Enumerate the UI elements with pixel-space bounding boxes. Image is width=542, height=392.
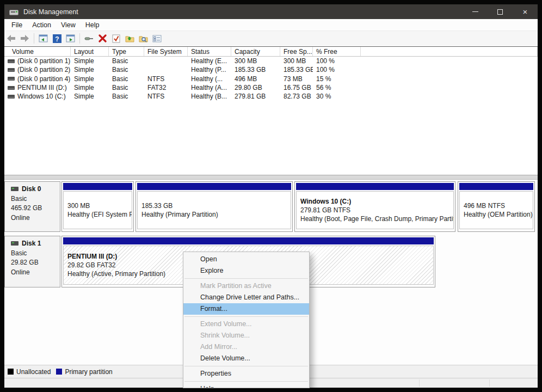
column-header-filler [361, 47, 538, 56]
back-arrow-icon[interactable] [5, 33, 17, 44]
partition-color-bar [296, 183, 454, 190]
menu-help[interactable]: Help [81, 19, 104, 30]
partition-color-bar [459, 183, 533, 190]
unallocated-swatch [8, 369, 14, 375]
context-menu-separator [184, 316, 308, 317]
volume-name: (Disk 0 partition 2) [17, 66, 70, 74]
partition-windows-c[interactable]: Windows 10 (C:) 279.81 GB NTFS Healthy (… [294, 181, 455, 232]
disk-kind: Basic [11, 195, 60, 203]
table-row[interactable]: PENTIUM III (D:) Simple Basic FAT32 Heal… [4, 83, 538, 92]
context-menu-change-drive-letter[interactable]: Change Drive Letter and Paths... [183, 292, 309, 303]
partition-primary[interactable]: 185.33 GB Healthy (Primary Partition) [136, 181, 293, 232]
context-menu-properties[interactable]: Properties [183, 368, 309, 379]
volume-icon [8, 68, 15, 72]
partition-status: Healthy (Boot, Page File, Crash Dump, Pr… [300, 215, 453, 223]
partition-size: 279.81 GB NTFS [300, 206, 453, 215]
menu-view[interactable]: View [56, 19, 81, 30]
volume-name: (Disk 0 partition 1) [17, 57, 70, 65]
table-row[interactable]: (Disk 0 partition 2) Simple Basic Health… [4, 65, 538, 74]
minimize-button[interactable] [463, 4, 488, 19]
disk-label: Disk 1 [22, 240, 41, 247]
volume-name: PENTIUM III (D:) [17, 84, 67, 91]
partition-color-bar [63, 183, 132, 190]
column-header-layout[interactable]: Layout [71, 47, 109, 56]
disk-icon [11, 241, 19, 246]
partition-size: 496 MB NTFS [464, 201, 533, 210]
partition-status: Healthy (Primary Partition) [141, 210, 291, 219]
column-header-free-space[interactable]: Free Sp... [280, 47, 313, 56]
volume-name: (Disk 0 partition 4) [17, 75, 70, 83]
legend-label-unallocated: Unallocated [16, 368, 51, 376]
primary-partition-swatch [56, 369, 62, 375]
menu-bar: File Action View Help [4, 19, 538, 31]
screwdriver-icon[interactable] [83, 33, 95, 44]
status-bar-divider [489, 379, 490, 387]
partition-color-bar [137, 183, 291, 190]
column-header-volume[interactable]: Volume [4, 47, 71, 56]
partition-efi[interactable]: 300 MB Healthy (EFI System Par [61, 181, 134, 232]
column-header-status[interactable]: Status [188, 47, 231, 56]
disk0-panel[interactable]: Disk 0 Basic 465.92 GB Online [4, 181, 60, 232]
disk0-row: Disk 0 Basic 465.92 GB Online 300 MB Hea… [4, 181, 538, 232]
partition-color-bar [63, 237, 434, 244]
forward-arrow-icon[interactable] [19, 33, 31, 44]
close-button[interactable]: × [513, 4, 538, 19]
partition-context-menu: Open Explore Mark Partition as Active Ch… [183, 252, 310, 388]
context-menu-separator [184, 366, 308, 366]
show-console-tree-icon[interactable] [37, 33, 50, 44]
partition-status: Healthy (OEM Partition) [464, 210, 533, 219]
show-action-pane-icon[interactable] [64, 33, 77, 44]
volume-list-header: Volume Layout Type File System Status Ca… [4, 47, 538, 57]
menu-action[interactable]: Action [27, 19, 56, 30]
splitter-handle[interactable] [4, 175, 538, 180]
table-row[interactable]: (Disk 0 partition 1) Simple Basic Health… [4, 57, 538, 65]
window-controls: × [463, 4, 538, 19]
column-header-capacity[interactable]: Capacity [231, 47, 280, 56]
volume-name: Windows 10 (C:) [17, 93, 66, 100]
partition-status: Healthy (EFI System Par [67, 210, 132, 219]
svg-text:?: ? [55, 35, 59, 42]
disk1-panel[interactable]: Disk 1 Basic 29.82 GB Online [4, 236, 60, 287]
context-menu-delete-volume[interactable]: Delete Volume... [183, 353, 309, 364]
column-header-type[interactable]: Type [109, 47, 144, 56]
menu-file[interactable]: File [4, 19, 27, 30]
partition-oem[interactable]: 496 MB NTFS Healthy (OEM Partition) [458, 181, 535, 232]
volume-icon [8, 59, 15, 63]
context-menu-explore[interactable]: Explore [183, 265, 309, 277]
volume-list: Volume Layout Type File System Status Ca… [4, 46, 538, 175]
title-bar: Disk Management × [4, 4, 538, 19]
context-menu-format[interactable]: Format... [183, 303, 309, 315]
maximize-icon [497, 9, 503, 15]
column-header-percent-free[interactable]: % Free [313, 47, 361, 56]
column-header-file-system[interactable]: File System [144, 47, 188, 56]
status-bar-divider [419, 379, 420, 387]
volume-icon [8, 86, 15, 90]
context-menu-mark-partition-active: Mark Partition as Active [183, 280, 309, 292]
disk-label: Disk 0 [22, 185, 41, 193]
toolbar: ? [4, 31, 538, 46]
properties-icon[interactable] [151, 33, 163, 44]
mark-active-icon[interactable] [110, 33, 122, 44]
context-menu-shrink-volume: Shrink Volume... [183, 330, 309, 341]
help-icon[interactable]: ? [51, 33, 63, 44]
explore-folder-icon[interactable] [137, 33, 150, 44]
context-menu-open[interactable]: Open [183, 254, 309, 265]
table-row[interactable]: Windows 10 (C:) Simple Basic NTFS Health… [4, 92, 538, 101]
volume-icon [8, 95, 15, 99]
context-menu-separator [184, 381, 308, 382]
open-folder-icon[interactable] [124, 33, 136, 44]
toolbar-separator [34, 33, 34, 44]
disk-icon [11, 187, 19, 191]
disk-size: 465.92 GB [11, 204, 60, 212]
close-icon: × [523, 8, 528, 16]
table-row[interactable]: (Disk 0 partition 4) Simple Basic NTFS H… [4, 75, 538, 83]
disk-state: Online [11, 214, 60, 222]
window-title: Disk Management [23, 8, 78, 16]
context-menu-extend-volume: Extend Volume... [183, 318, 309, 330]
partition-size: 300 MB [67, 201, 132, 210]
delete-icon[interactable] [96, 33, 109, 44]
partition-name: Windows 10 (C:) [300, 197, 453, 206]
context-menu-add-mirror: Add Mirror... [183, 341, 309, 353]
context-menu-help[interactable]: Help [183, 383, 309, 388]
maximize-button[interactable] [488, 4, 513, 19]
